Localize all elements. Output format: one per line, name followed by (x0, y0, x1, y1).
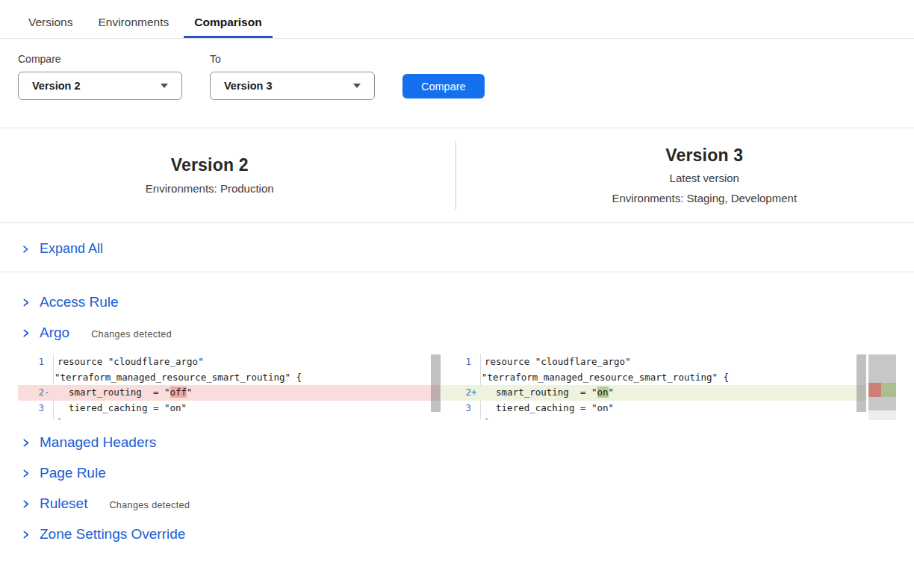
section-label: Managed Headers (40, 434, 156, 451)
chevron-right-icon (21, 438, 31, 448)
section-managed-headers[interactable]: Managed Headers (0, 428, 914, 458)
section-access-rule[interactable]: Access Rule (0, 287, 914, 318)
code-text: } (481, 416, 491, 419)
chevron-right-icon (21, 530, 31, 539)
minimap-track-end (868, 410, 896, 420)
version-title: Version 2 (0, 155, 420, 175)
code-text: smart_routing = "off" (54, 385, 193, 401)
compare-from-select[interactable]: Version 2 (18, 72, 182, 100)
compare-to-label: To (210, 53, 375, 65)
dropdown-caret-icon (353, 84, 361, 88)
diff-minimap[interactable] (868, 354, 896, 420)
diff-pane-right: 1 resource "cloudflare_argo" "terraform_… (441, 354, 866, 419)
tab-versions[interactable]: Versions (18, 0, 83, 38)
compare-to-value: Version 3 (224, 80, 272, 92)
section-list: Access Rule Argo Changes detected 1 reso… (0, 287, 914, 550)
diff-scrollbar[interactable] (431, 354, 441, 412)
diff-pane-left: 1 resource "cloudflare_argo" "terraform_… (18, 354, 441, 419)
version-headers: Version 2 Environments: Production Versi… (0, 128, 914, 222)
expand-all-button[interactable]: Expand All (0, 223, 914, 272)
version-subtitle: Environments: Staging, Development (495, 191, 914, 206)
version-title: Version 3 (495, 146, 914, 166)
section-zone-settings-override[interactable]: Zone Settings Override (0, 519, 914, 550)
minimap-track (868, 354, 896, 410)
code-text: "terraform_managed_resource_smart_routin… (54, 370, 302, 386)
line-number: 4 (18, 416, 54, 419)
diff-line: 4 } (18, 416, 441, 419)
code-text: tiered_caching = "on" (54, 401, 187, 416)
chevron-right-icon (21, 499, 31, 509)
compare-bar: Compare Version 2 To Version 3 Compare (18, 53, 914, 100)
section-label: Ruleset (40, 495, 87, 512)
code-text: resource "cloudflare_argo" (54, 354, 204, 370)
diff-line: 1 resource "cloudflare_argo" (441, 354, 866, 370)
line-number: 4 (441, 416, 481, 419)
compare-to-select[interactable]: Version 3 (210, 72, 375, 100)
diff-line: 3 tiered_caching = "on" (18, 401, 441, 416)
line-number: 1 (441, 354, 481, 370)
removed-word-highlight: off (170, 387, 187, 398)
line-number: 1 (18, 354, 54, 370)
dropdown-caret-icon (161, 84, 168, 88)
diff-line: 1 resource "cloudflare_argo" (18, 354, 441, 370)
line-number: 3 (441, 401, 481, 416)
diff-panel: 1 resource "cloudflare_argo" "terraform_… (18, 354, 914, 420)
diff-line: 3 tiered_caching = "on" (441, 401, 866, 416)
diff-line-removed: 2- smart_routing = "off" (18, 385, 441, 401)
diff-line: "terraform_managed_resource_smart_routin… (441, 370, 866, 386)
version-header-right: Version 3 Latest version Environments: S… (456, 146, 914, 206)
tab-environments[interactable]: Environments (87, 0, 179, 38)
minimap-removed-marker (868, 383, 881, 397)
line-number: 2- (18, 385, 54, 401)
compare-from-value: Version 2 (32, 80, 80, 92)
section-ruleset[interactable]: Ruleset Changes detected (0, 489, 914, 519)
version-header-left: Version 2 Environments: Production (0, 155, 456, 196)
diff-line: "terraform_managed_resource_smart_routin… (18, 370, 441, 386)
chevron-right-icon (21, 245, 30, 254)
tab-bar: Versions Environments Comparison (0, 0, 914, 39)
diff-scrollbar[interactable] (857, 354, 866, 412)
section-argo[interactable]: Argo Changes detected (0, 318, 914, 348)
section-label: Page Rule (40, 465, 106, 481)
version-subtitle: Environments: Production (0, 181, 420, 196)
compare-from-field: Compare Version 2 (18, 53, 182, 100)
changes-detected-badge: Changes detected (91, 327, 172, 340)
section-page-rule[interactable]: Page Rule (0, 458, 914, 489)
line-number (441, 370, 481, 386)
changes-detected-badge: Changes detected (109, 498, 190, 510)
code-text: tiered_caching = "on" (481, 401, 614, 416)
tab-comparison[interactable]: Comparison (184, 0, 272, 38)
chevron-right-icon (21, 469, 31, 478)
line-number: 3 (18, 401, 54, 416)
diff-line-added: 2+ smart_routing = "on" (441, 385, 866, 401)
section-label: Zone Settings Override (40, 526, 185, 542)
chevron-right-icon (21, 328, 31, 338)
code-text: "terraform_managed_resource_smart_routin… (481, 370, 729, 386)
code-text: smart_routing = "on" (481, 385, 614, 401)
section-label: Access Rule (40, 294, 119, 310)
code-text: resource "cloudflare_argo" (481, 354, 631, 370)
line-number: 2+ (441, 385, 481, 401)
version-subtitle: Latest version (495, 171, 914, 186)
chevron-right-icon (21, 298, 31, 307)
section-label: Argo (40, 325, 69, 341)
compare-button[interactable]: Compare (402, 74, 485, 98)
expand-all-label: Expand All (40, 241, 103, 257)
code-text: } (54, 416, 63, 419)
line-number (18, 370, 54, 386)
diff-line: 4 } (441, 416, 866, 419)
added-word-highlight: on (597, 387, 609, 398)
compare-from-label: Compare (18, 53, 182, 65)
compare-to-field: To Version 3 (210, 53, 375, 100)
minimap-added-marker (881, 383, 896, 397)
